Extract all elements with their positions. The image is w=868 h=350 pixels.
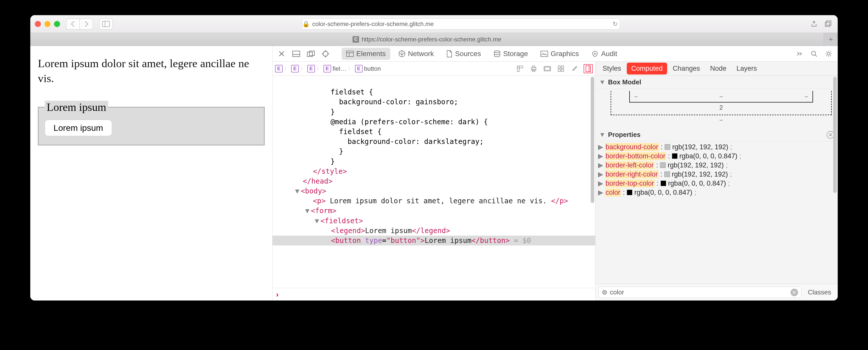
filter-icon: ⊜ xyxy=(602,288,607,296)
classes-button[interactable]: Classes xyxy=(804,287,835,298)
new-tab-button[interactable]: + xyxy=(824,33,838,46)
tab-audit[interactable]: Audit xyxy=(587,48,622,60)
page-form: Lorem ipsum Lorem ipsum xyxy=(38,101,265,145)
dom-tag: <legend> xyxy=(331,227,365,235)
tab-changes[interactable]: Changes xyxy=(668,63,705,75)
tab-node[interactable]: Node xyxy=(706,63,731,75)
breadcrumb-tools xyxy=(516,64,593,73)
color-swatch-icon xyxy=(664,144,670,150)
property-row[interactable]: ▶border-top-color: rgba(0, 0, 0, 0.847); xyxy=(598,179,835,188)
close-devtools-icon[interactable] xyxy=(276,48,287,59)
disclosure-triangle-icon: ▶ xyxy=(598,143,603,151)
dock-bottom-icon[interactable] xyxy=(291,48,302,59)
tab-title: https://color-scheme-prefers-color-schem… xyxy=(362,36,501,43)
overflow-icon[interactable] xyxy=(794,48,805,59)
reload-icon[interactable]: ↻ xyxy=(613,21,618,28)
devtools-main: E〉 E〉 E〉 Efiel…〉 Ebutton xyxy=(273,62,838,300)
tab-layers[interactable]: Layers xyxy=(732,63,762,75)
paint-brush-icon[interactable] xyxy=(570,64,579,73)
filter-input[interactable]: ⊜ color ✕ xyxy=(598,287,801,298)
breadcrumb-item[interactable]: E〉 xyxy=(275,65,290,72)
tabs-overview-icon[interactable] xyxy=(823,19,833,29)
disclosure-triangle-icon: ▶ xyxy=(598,179,603,187)
styles-scrollbar[interactable] xyxy=(833,77,837,193)
styles-tabs: Styles Computed Changes Node Layers xyxy=(595,62,838,76)
color-swatch-icon xyxy=(672,153,678,159)
compositing-borders-icon[interactable] xyxy=(584,64,593,73)
styles-pane: Styles Computed Changes Node Layers ▼ Bo… xyxy=(595,62,838,300)
settings-gear-icon[interactable] xyxy=(823,48,834,59)
tab-elements[interactable]: Elements xyxy=(342,48,390,60)
rulers-icon[interactable] xyxy=(516,64,525,73)
disclosure-triangle-icon[interactable]: ▼ xyxy=(313,216,320,226)
element-badge-icon: E xyxy=(307,65,315,72)
close-window-button[interactable] xyxy=(35,21,41,27)
property-row[interactable]: ▶border-bottom-color: rgba(0, 0, 0, 0.84… xyxy=(598,151,835,161)
dom-tag: </head> xyxy=(303,177,333,185)
svg-rect-24 xyxy=(532,69,535,71)
grid-overlay-icon[interactable] xyxy=(556,64,565,73)
disclosure-triangle-icon[interactable]: ▼ xyxy=(304,206,311,216)
tab-styles[interactable]: Styles xyxy=(598,63,626,75)
breadcrumb-item[interactable]: Ebutton xyxy=(355,65,381,72)
force-appearance-icon[interactable] xyxy=(543,64,552,73)
browser-tab[interactable]: C https://color-scheme-prefers-color-sch… xyxy=(30,33,824,46)
dom-tag: </p> xyxy=(551,197,568,205)
dom-tree[interactable]: fieldset { background-color: gainsboro; … xyxy=(273,76,595,288)
svg-rect-4 xyxy=(293,51,300,57)
element-badge-icon: E xyxy=(355,65,363,72)
minimize-window-button[interactable] xyxy=(44,21,51,27)
share-icon[interactable] xyxy=(809,19,819,29)
svg-line-20 xyxy=(815,55,817,57)
clear-filter-icon[interactable]: ✕ xyxy=(790,289,798,296)
console-strip[interactable]: › xyxy=(273,288,595,300)
tab-network[interactable]: Network xyxy=(394,48,438,60)
disclosure-triangle-icon: ▶ xyxy=(598,170,603,178)
property-row[interactable]: ▶border-left-color: rgb(192, 192, 192); xyxy=(598,161,835,170)
url-bar[interactable]: 🔒 color-scheme-prefers-color-scheme.glit… xyxy=(302,19,620,30)
properties-header[interactable]: ▼ Properties ≡ xyxy=(595,128,838,141)
svg-rect-13 xyxy=(346,51,353,57)
dom-text: Lorem ipsum dolor sit amet, legere ancil… xyxy=(326,197,551,205)
property-row[interactable]: ▶border-right-color: rgb(192, 192, 192); xyxy=(598,170,835,179)
lock-icon: 🔒 xyxy=(302,21,310,28)
breadcrumb-item[interactable]: E〉 xyxy=(291,65,306,72)
rendered-page: Lorem ipsum dolor sit amet, legere ancil… xyxy=(30,46,273,300)
dom-tag: <form> xyxy=(311,207,336,215)
box-model-value: 2 xyxy=(616,103,827,111)
property-value: rgba(0, 0, 0, 0.847) xyxy=(680,152,738,160)
inspect-element-icon[interactable] xyxy=(320,48,331,59)
property-row[interactable]: ▶color: rgba(0, 0, 0, 0.847); xyxy=(598,188,835,197)
svg-rect-6 xyxy=(307,52,312,57)
dom-scrollbar[interactable] xyxy=(591,77,594,287)
tab-graphics[interactable]: Graphics xyxy=(536,48,583,60)
svg-point-17 xyxy=(494,51,500,53)
tab-sources-label: Sources xyxy=(455,50,481,58)
box-model-header[interactable]: ▼ Box Model xyxy=(595,76,838,89)
page-button[interactable]: Lorem ipsum xyxy=(45,120,112,136)
elements-pane: E〉 E〉 E〉 Efiel…〉 Ebutton xyxy=(273,62,595,300)
svg-rect-22 xyxy=(531,68,536,70)
tab-sources[interactable]: Sources xyxy=(442,48,486,60)
page-paragraph: Lorem ipsum dolor sit amet, legere ancil… xyxy=(38,56,265,86)
console-prompt-icon: › xyxy=(276,290,279,299)
color-swatch-icon xyxy=(660,180,666,186)
disclosure-triangle-icon[interactable]: ▼ xyxy=(294,186,301,196)
back-button[interactable] xyxy=(66,19,80,30)
property-row[interactable]: ▶background-color: rgb(192, 192, 192); xyxy=(598,142,835,151)
box-model-value: – xyxy=(611,115,832,123)
dock-side-icon[interactable] xyxy=(305,48,316,59)
breadcrumb-item[interactable]: Efiel…〉 xyxy=(323,65,353,72)
page-fieldset: Lorem ipsum Lorem ipsum xyxy=(38,101,265,145)
dom-line: background-color: gainsboro; xyxy=(273,98,460,106)
search-icon[interactable] xyxy=(808,48,819,59)
svg-rect-0 xyxy=(102,21,110,27)
sidebar-toggle-button[interactable] xyxy=(99,19,113,30)
property-name: border-top-color xyxy=(605,179,654,187)
forward-button[interactable] xyxy=(80,19,93,30)
breadcrumb-item[interactable]: E〉 xyxy=(307,65,322,72)
print-styles-icon[interactable] xyxy=(529,64,538,73)
tab-storage[interactable]: Storage xyxy=(489,48,532,60)
fullscreen-window-button[interactable] xyxy=(54,21,60,27)
tab-computed[interactable]: Computed xyxy=(627,63,668,75)
